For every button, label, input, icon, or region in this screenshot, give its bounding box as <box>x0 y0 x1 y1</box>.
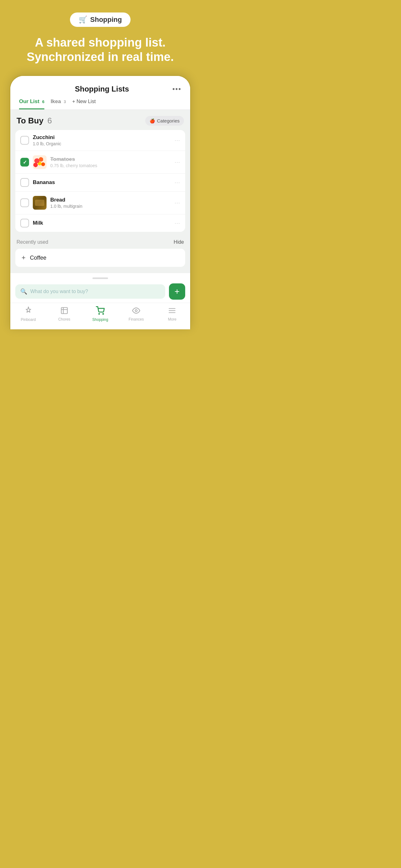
svg-point-0 <box>99 314 99 314</box>
add-icon: + <box>175 287 179 296</box>
item-name: Zucchini <box>33 134 171 141</box>
item-name: Bananas <box>33 179 171 186</box>
shopping-icon <box>96 306 105 316</box>
tabs-bar: Our List 6 Ikea 3 + New List <box>10 93 190 110</box>
item-checkbox-zucchini[interactable] <box>20 136 29 145</box>
nav-item-pinboard[interactable]: Pinboard <box>18 306 39 322</box>
list-item: Milk ··· <box>15 214 185 232</box>
recently-used-header: Recently used Hide <box>15 238 185 249</box>
bread-image <box>33 196 46 210</box>
search-input[interactable]: What do you want to buy? <box>30 289 88 294</box>
item-info-milk: Milk <box>33 220 171 226</box>
tab-new-list[interactable]: + New List <box>72 99 96 109</box>
recent-item-coffee[interactable]: + Coffee <box>15 249 185 267</box>
input-row: 🔍 What do you want to buy? + <box>15 283 185 300</box>
recent-item-name: Coffee <box>30 255 46 261</box>
recent-plus-icon: + <box>22 254 26 262</box>
list-item: Zucchini 1.0 lb, Organic ··· <box>15 130 185 151</box>
nav-label-pinboard: Pinboard <box>21 317 36 322</box>
nav-item-chores[interactable]: Chores <box>54 307 75 321</box>
tab-ikea[interactable]: Ikea 3 <box>51 98 66 110</box>
nav-item-shopping[interactable]: Shopping <box>89 306 111 322</box>
shopping-list: Zucchini 1.0 lb, Organic ··· Tomatoes 0.… <box>15 130 185 232</box>
nav-label-more: More <box>168 317 176 321</box>
item-checkbox-bread[interactable] <box>20 198 29 207</box>
app-header: Shopping Lists ••• <box>10 76 190 93</box>
chores-icon <box>60 307 68 316</box>
list-item: Bananas ··· <box>15 174 185 191</box>
item-name: Tomatoes <box>50 156 171 162</box>
item-more-button[interactable]: ··· <box>175 137 180 144</box>
item-info-bananas: Bananas <box>33 179 171 186</box>
item-checkbox-milk[interactable] <box>20 219 29 227</box>
item-checkbox-tomatoes[interactable] <box>20 158 29 166</box>
hero-section: 🛒 Shopping A shared shopping list. Synch… <box>0 0 201 75</box>
tomatoes-image <box>33 155 46 169</box>
apple-icon: 🍎 <box>149 118 155 123</box>
nav-item-finances[interactable]: Finances <box>125 307 147 321</box>
svg-point-1 <box>103 314 103 314</box>
item-info-zucchini: Zucchini 1.0 lb, Organic <box>33 134 171 146</box>
list-item: Tomatoes 0.75 lb, cherry tomatoes ··· <box>15 151 185 174</box>
app-badge: 🛒 Shopping <box>70 12 131 27</box>
item-info-tomatoes: Tomatoes 0.75 lb, cherry tomatoes <box>50 156 171 168</box>
search-input-wrap[interactable]: 🔍 What do you want to buy? <box>15 284 165 299</box>
section-title: To Buy <box>16 116 43 125</box>
finances-icon <box>132 307 140 316</box>
bottom-nav: Pinboard Chores Shopping <box>10 303 190 329</box>
pinboard-icon <box>24 306 32 316</box>
item-detail: 0.75 lb, cherry tomatoes <box>50 163 171 168</box>
item-more-button[interactable]: ··· <box>175 179 180 186</box>
item-info-bread: Bread 1.0 lb, multigrain <box>50 197 171 209</box>
cart-icon: 🛒 <box>79 16 87 24</box>
hero-text: A shared shopping list. Synchronized in … <box>12 36 188 64</box>
item-detail: 1.0 lb, multigrain <box>50 204 171 209</box>
categories-button[interactable]: 🍎 Categories <box>145 116 184 126</box>
phone-mockup: Shopping Lists ••• Our List 6 Ikea 3 + N… <box>10 75 191 329</box>
list-item: Bread 1.0 lb, multigrain ··· <box>15 191 185 214</box>
bottom-input-area: 🔍 What do you want to buy? + <box>10 273 190 303</box>
nav-label-chores: Chores <box>58 317 70 321</box>
recently-used-label: Recently used <box>16 239 48 245</box>
section-title-area: To Buy 6 <box>16 116 52 126</box>
nav-label-shopping: Shopping <box>93 317 108 322</box>
item-more-button[interactable]: ··· <box>175 159 180 165</box>
item-more-button[interactable]: ··· <box>175 200 180 206</box>
phone-inner: Shopping Lists ••• Our List 6 Ikea 3 + N… <box>10 76 190 329</box>
app-title: Shopping Lists <box>32 85 172 93</box>
item-more-button[interactable]: ··· <box>175 220 180 226</box>
item-checkbox-bananas[interactable] <box>20 178 29 187</box>
tab-our-list[interactable]: Our List 6 <box>19 98 44 110</box>
search-icon: 🔍 <box>20 288 27 295</box>
header-more-button[interactable]: ••• <box>172 85 181 93</box>
drag-handle <box>93 277 108 279</box>
app-badge-label: Shopping <box>90 16 122 24</box>
add-item-button[interactable]: + <box>169 283 185 300</box>
item-detail: 1.0 lb, Organic <box>33 141 171 146</box>
item-name: Milk <box>33 220 171 226</box>
nav-item-more[interactable]: More <box>161 307 183 321</box>
hide-button[interactable]: Hide <box>174 239 184 245</box>
main-content: To Buy 6 🍎 Categories Zucchini 1.0 lb, O… <box>10 110 190 273</box>
section-header: To Buy 6 🍎 Categories <box>15 116 185 126</box>
nav-label-finances: Finances <box>129 317 144 321</box>
item-name: Bread <box>50 197 171 203</box>
svg-point-2 <box>135 310 137 312</box>
more-icon <box>168 307 176 316</box>
section-count: 6 <box>47 116 52 125</box>
